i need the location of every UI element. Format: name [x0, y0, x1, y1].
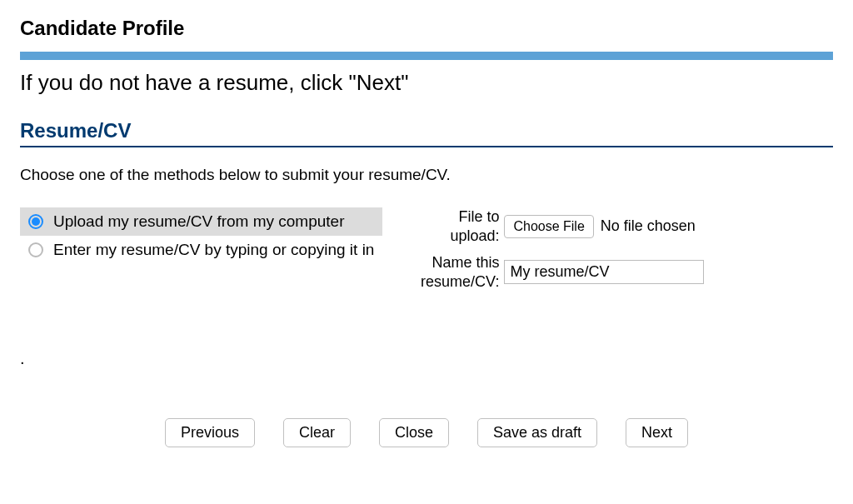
section-heading-resume: Resume/CV	[20, 119, 833, 147]
next-button[interactable]: Next	[626, 418, 688, 447]
radio-type-label: Enter my resume/CV by typing or copying …	[53, 241, 374, 259]
close-button[interactable]: Close	[379, 418, 449, 447]
radio-icon	[28, 242, 43, 257]
instruction-text: If you do not have a resume, click "Next…	[20, 70, 833, 96]
radio-group: Upload my resume/CV from my computer Ent…	[20, 207, 382, 299]
name-resume-row: Name this resume/CV:	[407, 253, 833, 291]
page-title: Candidate Profile	[20, 17, 833, 40]
file-chosen-status: No file chosen	[601, 217, 696, 235]
choose-file-button[interactable]: Choose File	[504, 215, 593, 238]
radio-type-option[interactable]: Enter my resume/CV by typing or copying …	[20, 236, 382, 264]
file-upload-row: File to upload: Choose File No file chos…	[407, 207, 833, 245]
divider-bar	[20, 52, 833, 60]
action-button-bar: Previous Clear Close Save as draft Next	[20, 418, 833, 447]
sub-instruction-text: Choose one of the methods below to submi…	[20, 166, 833, 184]
name-resume-input[interactable]	[504, 260, 704, 284]
radio-icon	[28, 214, 43, 229]
file-upload-label: File to upload:	[407, 207, 499, 245]
period-text: .	[20, 349, 833, 368]
name-resume-label: Name this resume/CV:	[407, 253, 499, 291]
resume-method-container: Upload my resume/CV from my computer Ent…	[20, 207, 833, 299]
radio-upload-label: Upload my resume/CV from my computer	[53, 212, 345, 231]
previous-button[interactable]: Previous	[165, 418, 255, 447]
clear-button[interactable]: Clear	[283, 418, 351, 447]
radio-upload-option[interactable]: Upload my resume/CV from my computer	[20, 207, 382, 236]
upload-fields: File to upload: Choose File No file chos…	[407, 207, 833, 299]
save-as-draft-button[interactable]: Save as draft	[477, 418, 597, 447]
